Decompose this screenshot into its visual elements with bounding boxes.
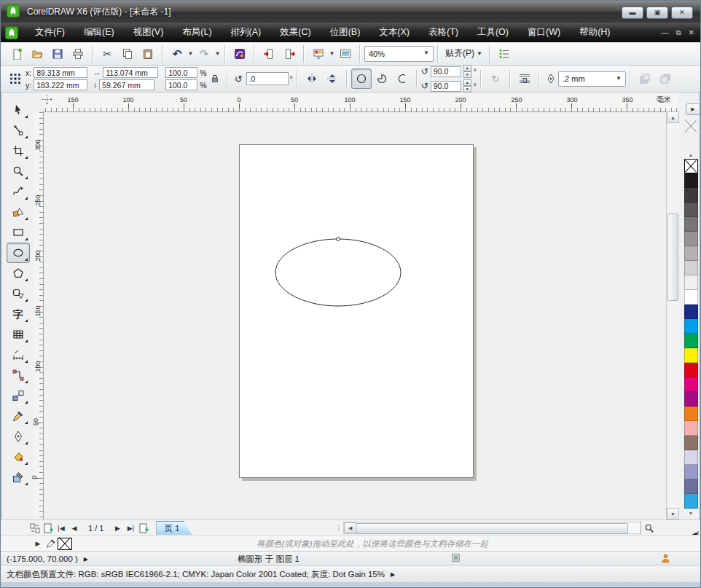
chevron-down-icon[interactable]: ▼ (329, 44, 335, 63)
page-tab[interactable]: 页 1 (156, 521, 192, 536)
color-swatch[interactable] (684, 305, 698, 319)
arc-end-angle-field[interactable]: 90.0 (431, 81, 461, 92)
palette-flyout-button[interactable]: ▶ (686, 103, 700, 115)
wrap-text-button[interactable] (514, 68, 535, 89)
snap-to-dropdown[interactable]: 贴齐(P) ▼ (442, 47, 485, 60)
eyedropper-icon[interactable] (44, 537, 58, 550)
mdi-minimize-button[interactable]: — (661, 28, 668, 36)
proof-colors-icon[interactable] (451, 553, 461, 564)
rotation-angle-field[interactable]: .0 (246, 72, 289, 85)
toolbox-zoom-tool[interactable] (7, 161, 30, 181)
page-sorter-icon[interactable] (28, 522, 42, 535)
scroll-left-button[interactable]: ◀ (344, 522, 356, 533)
color-swatch[interactable] (684, 232, 698, 246)
horizontal-scroll-thumb[interactable] (356, 523, 628, 534)
vertical-ruler[interactable]: 300250200150100500 (34, 111, 44, 520)
export-button[interactable] (279, 44, 299, 64)
toolbox-polygon-tool[interactable] (7, 263, 30, 283)
ellipse-mode-button[interactable] (351, 68, 372, 89)
color-swatch[interactable] (684, 275, 698, 290)
document-palette-flyout-button[interactable]: ▶ (31, 537, 44, 550)
arc-mode-button[interactable] (392, 68, 412, 89)
menu-item[interactable]: 文件(F) (26, 23, 74, 42)
pie-mode-button[interactable] (372, 68, 392, 89)
color-swatch[interactable] (684, 494, 698, 509)
toolbox-connector-tool[interactable] (7, 365, 30, 385)
toolbox-smart-fill-tool[interactable] (7, 202, 30, 222)
add-page-start-button[interactable] (42, 522, 55, 535)
status-expander-icon[interactable]: ▶ (84, 556, 88, 562)
scroll-down-button[interactable]: ▼ (667, 508, 679, 520)
color-swatch[interactable] (684, 363, 698, 377)
new-document-button[interactable] (7, 44, 27, 64)
toolbox-crop-tool[interactable] (7, 141, 30, 161)
toolbox-freehand-tool[interactable] (7, 181, 30, 202)
color-swatch[interactable] (684, 290, 698, 305)
toolbox-basic-shapes-tool[interactable] (7, 283, 30, 304)
toolbox-pick-tool[interactable] (7, 100, 30, 120)
menu-item[interactable]: 编辑(E) (74, 23, 124, 42)
scale-h-field[interactable]: 100.0 (165, 67, 197, 78)
document-no-color-swatch[interactable] (58, 538, 72, 550)
menu-item[interactable]: 表格(T) (419, 23, 468, 42)
color-swatch[interactable] (684, 319, 698, 334)
spinner[interactable]: ▲▼ (463, 65, 471, 78)
minimize-button[interactable]: ▬ (622, 7, 643, 19)
color-swatch[interactable] (684, 465, 698, 479)
toolbox-outline-pen-tool[interactable] (7, 426, 30, 447)
color-swatch[interactable] (684, 377, 698, 392)
first-page-button[interactable]: |◀ (55, 522, 68, 535)
spinner[interactable]: ▲▼ (463, 79, 471, 93)
toolbox-rectangle-tool[interactable] (7, 222, 30, 243)
ellipse-object[interactable] (270, 232, 409, 316)
x-position-field[interactable]: 89.313 mm (34, 67, 87, 78)
menu-item[interactable]: 视图(V) (124, 23, 173, 42)
close-button[interactable]: ✕ (671, 7, 693, 19)
zoom-scrollbar-button[interactable] (641, 521, 657, 535)
color-swatch[interactable] (684, 188, 698, 203)
print-button[interactable] (68, 44, 88, 64)
toolbox-text-tool[interactable]: 字 (7, 304, 30, 324)
toolbox-interactive-fill-tool[interactable] (7, 467, 30, 487)
paste-button[interactable] (138, 44, 158, 64)
menu-item[interactable]: 窗口(W) (518, 23, 570, 42)
color-swatch[interactable] (684, 436, 698, 450)
menu-item[interactable]: 布局(L) (173, 23, 221, 42)
toolbox-blend-tool[interactable] (7, 385, 30, 406)
color-swatch[interactable] (684, 261, 698, 275)
maximize-button[interactable]: ▣ (646, 7, 668, 19)
mdi-restore-button[interactable]: ⧉ (675, 28, 681, 37)
color-swatch[interactable] (684, 392, 698, 407)
menu-item[interactable]: 排列(A) (222, 23, 271, 42)
no-color-swatch[interactable] (684, 159, 698, 173)
height-field[interactable]: 59.267 mm (99, 79, 154, 90)
chevron-down-icon[interactable]: ▼ (614, 74, 624, 84)
scale-v-field[interactable]: 100.0 (165, 79, 197, 90)
zoom-level-combo[interactable]: 40% ▼ (364, 46, 434, 62)
mirror-horizontal-button[interactable] (302, 68, 322, 89)
toolbox-table-tool[interactable] (7, 324, 30, 345)
toolbox-shape-tool[interactable] (7, 120, 30, 141)
toolbox-ellipse-tool[interactable] (7, 243, 30, 263)
mdi-close-button[interactable]: ✕ (689, 28, 694, 36)
arc-start-angle-field[interactable]: 90.0 (431, 66, 461, 77)
copy-button[interactable] (117, 44, 138, 64)
profile-expander-icon[interactable]: ▶ (391, 571, 395, 578)
color-swatch[interactable] (684, 421, 698, 436)
vertical-scrollbar[interactable]: ▲ ▼ (666, 111, 679, 520)
outline-width-combo[interactable]: .2 mm ▼ (558, 71, 626, 87)
undo-button[interactable]: ↶ (167, 44, 187, 64)
last-page-button[interactable]: ▶| (124, 522, 137, 535)
import-button[interactable] (259, 44, 279, 64)
previous-page-button[interactable]: ◀ (68, 522, 81, 535)
color-swatch[interactable] (684, 479, 698, 494)
color-swatch[interactable] (684, 348, 698, 363)
horizontal-ruler[interactable]: 15010050050100150200250300350 (43, 93, 678, 112)
width-field[interactable]: 113.074 mm (103, 67, 158, 78)
toolbox-fill-tool[interactable] (7, 447, 30, 467)
lock-ratio-button[interactable] (207, 68, 223, 89)
ruler-origin-icon[interactable] (42, 94, 52, 107)
options-button[interactable] (494, 44, 514, 64)
pane-splitter-handle[interactable]: ⁞ (338, 524, 341, 532)
color-swatch[interactable] (684, 407, 698, 421)
